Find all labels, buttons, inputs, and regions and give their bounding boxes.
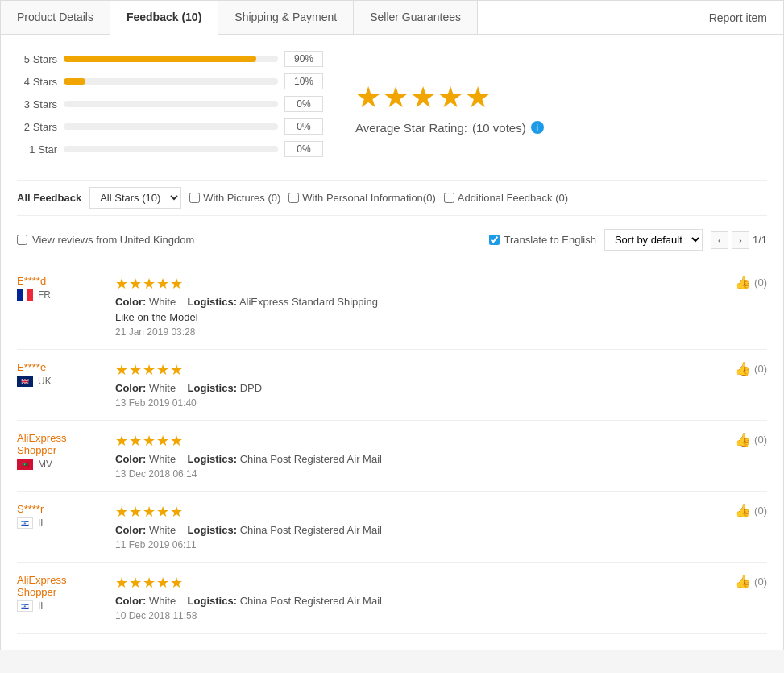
prev-page-button[interactable]: ‹ [711, 231, 728, 249]
review-meta: Color: White Logistics: DPD [115, 382, 725, 394]
review-stars: ★★★★★ [115, 503, 725, 521]
review-like-button[interactable]: 👍 (0) [735, 503, 767, 518]
color-value: White [149, 382, 176, 394]
reviewer-info: S****r 🇮🇱 IL [17, 503, 106, 529]
color-label: Color: [115, 296, 146, 308]
votes: (10 votes) [472, 121, 526, 135]
view-uk-filter[interactable]: View reviews from United Kingdom [17, 234, 194, 246]
star-label: 5 Stars [17, 53, 57, 65]
avg-label: Average Star Rating: [355, 121, 467, 135]
tab-seller-guarantees[interactable]: Seller Guarantees [354, 1, 478, 34]
pct-badge: 0% [284, 141, 323, 157]
reviewer-info: AliExpress Shopper 🇲🇻 MV [17, 432, 106, 470]
reviewer-name[interactable]: E****e [17, 361, 106, 373]
filter-bar: All Feedback All Stars (10) With Picture… [17, 180, 767, 216]
flag-icon: 🇮🇱 [17, 600, 33, 612]
thumbs-up-icon: 👍 [735, 275, 751, 290]
logistics-value: China Post Registered Air Mail [240, 524, 382, 536]
reviewer-country: 🇮🇱 IL [17, 600, 106, 612]
sort-select[interactable]: Sort by default [604, 229, 703, 251]
reviewer-name[interactable]: AliExpress Shopper [17, 432, 106, 456]
bar-fill [64, 56, 256, 62]
big-stars: ★★★★★ [355, 81, 544, 114]
review-row: S****r 🇮🇱 IL ★★★★★ Color: White Logistic… [17, 492, 767, 563]
with-personal-label: With Personal Information(0) [302, 192, 435, 204]
logistics-label: Logistics: [188, 453, 237, 465]
review-like-button[interactable]: 👍 (0) [735, 361, 767, 376]
star-label: 4 Stars [17, 76, 57, 88]
review-body: ★★★★★ Color: White Logistics: China Post… [115, 574, 725, 621]
review-meta: Color: White Logistics: China Post Regis… [115, 595, 725, 607]
logistics-value: DPD [240, 382, 262, 394]
logistics-label: Logistics: [188, 524, 237, 536]
with-personal-checkbox[interactable] [288, 193, 299, 203]
logistics-label: Logistics: [188, 595, 237, 607]
reviewer-name[interactable]: S****r [17, 503, 106, 515]
reviewer-country: 🇬🇧 UK [17, 376, 106, 387]
country-label: IL [38, 600, 46, 612]
color-label: Color: [115, 595, 146, 607]
reviewer-name[interactable]: AliExpress Shopper [17, 574, 106, 598]
additional-feedback-checkbox[interactable] [444, 193, 454, 203]
review-stars: ★★★★★ [115, 574, 725, 592]
color-value: White [149, 296, 176, 308]
review-like-button[interactable]: 👍 (0) [735, 275, 767, 290]
bar-track [64, 101, 278, 107]
review-like-button[interactable]: 👍 (0) [735, 432, 767, 447]
pct-badge: 0% [284, 118, 323, 135]
tab-feedback[interactable]: Feedback (10) [110, 1, 218, 35]
reviewer-info: E****e 🇬🇧 UK [17, 361, 106, 387]
report-item-button[interactable]: Report item [693, 2, 783, 34]
review-text: Like on the Model [115, 311, 725, 323]
translate-filter[interactable]: Translate to English [489, 234, 596, 246]
view-uk-checkbox[interactable] [17, 235, 27, 245]
page-info: 1/1 [753, 234, 767, 246]
review-date: 21 Jan 2019 03:28 [115, 326, 725, 338]
translate-checkbox[interactable] [489, 235, 500, 245]
like-count: (0) [754, 363, 767, 375]
like-count: (0) [754, 575, 767, 588]
thumbs-up-icon: 👍 [735, 361, 751, 376]
next-page-button[interactable]: › [732, 231, 749, 249]
review-stars: ★★★★★ [115, 432, 725, 450]
star-row: 4 Stars 10% [17, 73, 323, 89]
thumbs-up-icon: 👍 [735, 574, 751, 589]
avg-text: Average Star Rating: (10 votes) i [355, 121, 544, 135]
with-pictures-filter[interactable]: With Pictures (0) [189, 192, 280, 204]
review-row: E****e 🇬🇧 UK ★★★★★ Color: White Logistic… [17, 350, 767, 421]
reviewer-info: AliExpress Shopper 🇮🇱 IL [17, 574, 106, 612]
tabs-bar: Product Details Feedback (10) Shipping &… [1, 1, 783, 35]
all-feedback-label: All Feedback [17, 192, 81, 204]
star-label: 2 Stars [17, 121, 57, 133]
logistics-value: China Post Registered Air Mail [240, 595, 382, 607]
like-count: (0) [754, 434, 767, 446]
review-meta: Color: White Logistics: AliExpress Stand… [115, 296, 725, 308]
color-label: Color: [115, 453, 146, 465]
tab-shipping[interactable]: Shipping & Payment [218, 1, 354, 34]
with-personal-filter[interactable]: With Personal Information(0) [288, 192, 435, 204]
reviewer-country: 🇮🇱 IL [17, 517, 106, 529]
flag-icon: 🇲🇻 [17, 459, 33, 470]
reviewer-name[interactable]: E****d [17, 275, 106, 287]
view-uk-label: View reviews from United Kingdom [32, 234, 194, 246]
translate-label: Translate to English [504, 234, 596, 246]
bar-track [64, 146, 278, 152]
color-value: White [149, 524, 176, 536]
review-meta: Color: White Logistics: China Post Regis… [115, 453, 725, 465]
thumbs-up-icon: 👍 [735, 432, 751, 447]
review-body: ★★★★★ Color: White Logistics: AliExpress… [115, 275, 725, 338]
all-stars-select[interactable]: All Stars (10) [89, 187, 181, 209]
info-icon[interactable]: i [531, 121, 544, 134]
reviewer-info: E****d FR [17, 275, 106, 301]
logistics-value: AliExpress Standard Shipping [239, 296, 378, 308]
thumbs-up-icon: 👍 [735, 503, 751, 518]
tab-product-details[interactable]: Product Details [1, 1, 110, 34]
additional-feedback-filter[interactable]: Additional Feedback (0) [444, 192, 568, 204]
bar-track [64, 123, 278, 130]
review-date: 13 Feb 2019 01:40 [115, 397, 725, 409]
with-pictures-checkbox[interactable] [189, 193, 200, 203]
review-like-button[interactable]: 👍 (0) [735, 574, 767, 589]
sub-filter-bar: View reviews from United Kingdom Transla… [17, 224, 767, 255]
flag-icon: 🇬🇧 [17, 376, 33, 387]
main-content: 5 Stars 90% 4 Stars 10% 3 Stars 0% 2 Sta… [1, 35, 783, 650]
